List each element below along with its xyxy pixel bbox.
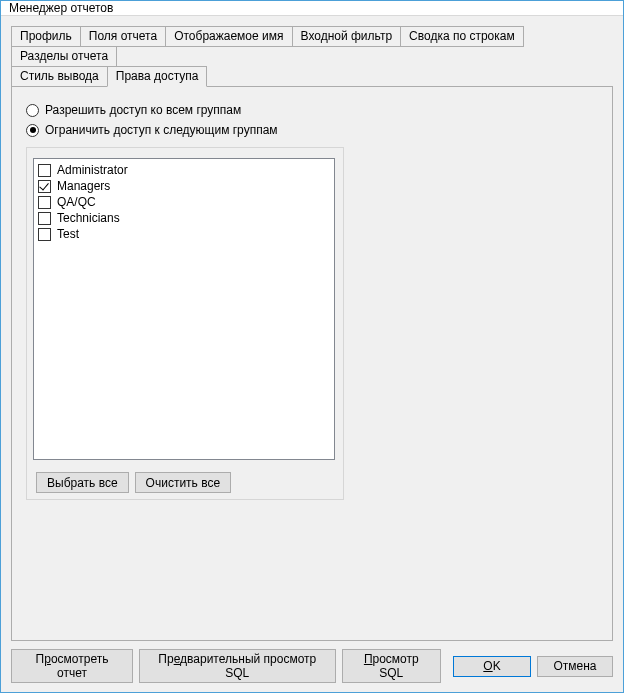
ok-button[interactable]: OK bbox=[453, 656, 531, 677]
tabstrip-row1: Профиль Поля отчета Отображаемое имя Вхо… bbox=[11, 26, 613, 66]
checkbox-icon[interactable] bbox=[38, 196, 51, 209]
list-item[interactable]: Technicians bbox=[38, 211, 330, 227]
groups-listbox[interactable]: Administrator Managers QA/QC Technicians bbox=[33, 158, 335, 460]
radio-icon bbox=[26, 124, 39, 137]
select-all-button[interactable]: Выбрать все bbox=[36, 472, 129, 493]
groups-button-row: Выбрать все Очистить все bbox=[36, 472, 337, 493]
tab-output-style[interactable]: Стиль вывода bbox=[11, 66, 108, 87]
cancel-button[interactable]: Отмена bbox=[537, 656, 613, 677]
tab-access-rights[interactable]: Права доступа bbox=[107, 66, 208, 87]
tab-panel-access: Разрешить доступ ко всем группам Огранич… bbox=[11, 86, 613, 641]
tabstrip-row2: Стиль вывода Права доступа bbox=[11, 66, 613, 86]
group-name: Administrator bbox=[57, 163, 128, 177]
tab-display-name[interactable]: Отображаемое имя bbox=[165, 26, 292, 47]
tab-report-sections[interactable]: Разделы отчета bbox=[11, 46, 117, 67]
tab-row-summary[interactable]: Сводка по строкам bbox=[400, 26, 524, 47]
checkbox-icon[interactable] bbox=[38, 180, 51, 193]
radio-dot-icon bbox=[30, 127, 36, 133]
group-name: QA/QC bbox=[57, 195, 96, 209]
dialog-footer: Просмотреть отчет Предварительный просмо… bbox=[1, 641, 623, 693]
group-name: Managers bbox=[57, 179, 110, 193]
group-name: Technicians bbox=[57, 211, 120, 225]
radio-limit-label: Ограничить доступ к следующим группам bbox=[45, 123, 278, 137]
tab-report-fields[interactable]: Поля отчета bbox=[80, 26, 166, 47]
radio-allow-all-label: Разрешить доступ ко всем группам bbox=[45, 103, 241, 117]
view-sql-button[interactable]: Просмотр SQL bbox=[342, 649, 441, 683]
list-item[interactable]: Test bbox=[38, 227, 330, 243]
list-item[interactable]: Administrator bbox=[38, 163, 330, 179]
view-report-button[interactable]: Просмотреть отчет bbox=[11, 649, 133, 683]
title-bar: Менеджер отчетов bbox=[1, 1, 623, 16]
content-area: Профиль Поля отчета Отображаемое имя Вхо… bbox=[1, 16, 623, 641]
radio-limit-groups[interactable]: Ограничить доступ к следующим группам bbox=[26, 123, 598, 137]
tab-input-filter[interactable]: Входной фильтр bbox=[292, 26, 402, 47]
group-name: Test bbox=[57, 227, 79, 241]
list-item[interactable]: QA/QC bbox=[38, 195, 330, 211]
checkbox-icon[interactable] bbox=[38, 212, 51, 225]
window-title: Менеджер отчетов bbox=[9, 1, 113, 15]
clear-all-button[interactable]: Очистить все bbox=[135, 472, 231, 493]
tab-profile[interactable]: Профиль bbox=[11, 26, 81, 47]
checkbox-icon[interactable] bbox=[38, 164, 51, 177]
checkbox-icon[interactable] bbox=[38, 228, 51, 241]
list-item[interactable]: Managers bbox=[38, 179, 330, 195]
preview-sql-button[interactable]: Предварительный просмотр SQL bbox=[139, 649, 336, 683]
radio-icon bbox=[26, 104, 39, 117]
radio-allow-all[interactable]: Разрешить доступ ко всем группам bbox=[26, 103, 598, 117]
groups-frame: Administrator Managers QA/QC Technicians bbox=[26, 147, 344, 500]
dialog-window: Менеджер отчетов Профиль Поля отчета Ото… bbox=[0, 0, 624, 693]
